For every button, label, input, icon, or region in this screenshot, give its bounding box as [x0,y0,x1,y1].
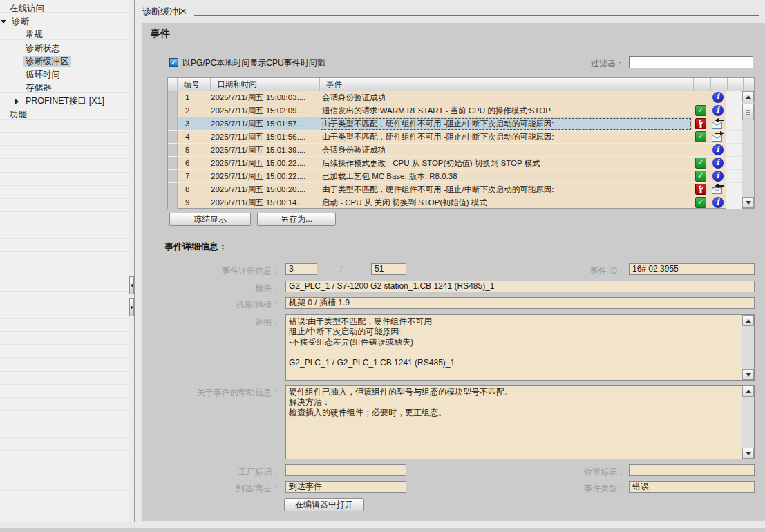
description-box: 错误:由于类型不匹配，硬件组件不可用 阻止/中断下次启动的可能原因: -不接受组… [285,314,755,381]
sidebar-item-label: 存储器 [23,82,54,93]
pg-pc-time-checkbox[interactable]: ✓ [169,58,178,67]
incoming-event-icon [711,184,725,195]
navigation-tree: 在线访问诊断常规诊断状态诊断缓冲区循环时间存储器PROFINET接口 [X1]功… [0,0,129,122]
arrow-down-icon [746,373,751,377]
event-index-field[interactable]: 3 [285,263,317,275]
sidebar-item-5[interactable]: 循环时间 [0,68,129,82]
header-datetime[interactable]: 日期和时间 [211,78,320,91]
event-id-field: 16# 02:3955 [629,263,755,275]
collapse-left-handle[interactable] [129,276,134,294]
table-row[interactable]: 6 2025/7/11/周五 15:00:22.... 后续操作模式更改 - C… [168,157,742,170]
sidebar-item-6[interactable]: 存储器 [0,82,129,95]
freeze-display-button[interactable]: 冻结显示 [169,213,251,226]
row-spacer-cell [726,131,742,144]
event-type-label: 事件类型： [551,483,625,495]
table-row[interactable]: 4 2025/7/11/周五 15:01:56.... 由于类型不匹配，硬件组件… [168,131,742,144]
info-icon: i [709,196,726,209]
row-selector-cell [168,170,178,183]
scroll-up-button[interactable] [742,91,754,102]
expand-arrow-icon[interactable] [1,20,6,23]
row-event-cell: 后续操作模式更改 - CPU 从 STOP(初始值) 切换到 STOP 模式 [320,157,692,170]
save-as-button[interactable]: 另存为... [257,213,336,226]
scroll-down-button[interactable] [742,448,754,459]
row-event-cell: 由于类型不匹配，硬件组件不可用 -阻止/中断下次启动的可能原因: [320,117,692,131]
event-table-scrollbar[interactable] [742,91,754,208]
row-datetime-cell: 2025/7/11/周五 15:01:39.... [211,144,320,157]
sidebar-item-1[interactable]: 诊断 [0,15,129,28]
event-count-field[interactable]: 51 [371,263,406,275]
arrow-up-icon [746,95,751,99]
row-number-cell: 8 [178,183,211,196]
row-number-cell: 5 [178,144,211,157]
sidebar-splitter[interactable] [129,0,135,522]
table-row[interactable]: 9 2025/7/11/周五 15:00:14.... 启动 - CPU 从 关… [168,196,742,209]
filter-input[interactable] [629,56,753,68]
bottom-divider [0,522,765,528]
scroll-down-button[interactable] [742,369,754,380]
info-icon: i [709,104,726,117]
page-title: 诊断缓冲区 [142,6,187,19]
event-table-header[interactable]: 编号 日期和时间 事件 [168,78,754,91]
collapse-right-handle[interactable] [129,298,134,316]
scroll-down-button[interactable] [742,197,754,208]
hardware-fault-icon [695,118,706,129]
info-icon: i [712,144,724,155]
ok-icon: ✓ [695,171,706,182]
collapse-arrow-icon[interactable] [15,99,19,104]
sidebar-item-7[interactable]: PROFINET接口 [X1] [0,95,129,108]
sidebar-item-label: 循环时间 [23,69,62,80]
row-spacer-cell [726,91,742,104]
scrollbar-thumb[interactable] [742,104,754,120]
header-event[interactable]: 事件 [320,78,694,91]
row-number-cell: 9 [178,196,211,209]
outgoing-event-icon [709,131,726,144]
ok-icon: ✓ [695,197,706,208]
row-datetime-cell: 2025/7/11/周五 15:01:56.... [211,131,320,144]
row-selector-cell [168,157,178,170]
arrow-down-icon [746,201,751,205]
row-spacer-cell [726,104,742,117]
sidebar-item-0[interactable]: 在线访问 [0,2,129,15]
row-selector-cell [168,91,178,104]
row-event-cell: 启动 - CPU 从 关闭 切换到 STOP(初始值) 模式 [320,196,692,209]
description-scrollbar[interactable] [742,315,754,380]
help-label: 关于事件的帮助信息： [164,387,280,399]
row-event-cell: 会话身份验证成功 [320,144,692,157]
event-table: 编号 日期和时间 事件 1 2025/7/11/周五 15:08:03.... … [167,77,755,209]
row-datetime-cell: 2025/7/11/周五 15:01:57.... [211,117,320,131]
row-number-cell: 4 [178,131,211,144]
empty-status-cell [692,91,709,104]
help-box: 硬件组件已插入，但该组件的型号与组态的模块型号不匹配。 解决方法： 检查插入的硬… [285,385,755,459]
table-row[interactable]: 2 2025/7/11/周五 15:02:09.... 通信发出的请求:WARM… [168,104,742,117]
location-id-field [629,464,755,476]
table-row[interactable]: 8 2025/7/11/周五 15:00:20.... 由于类型不匹配，硬件组件… [168,183,742,196]
header-spacer-column [728,78,744,91]
incoming-outgoing-label: 到达/离去： [164,483,280,495]
sidebar-item-8[interactable]: 功能 [0,108,129,122]
sidebar-item-label: 功能 [8,109,29,120]
info-icon: i [712,105,724,116]
info-icon: i [709,170,726,183]
row-event-cell: 由于类型不匹配，硬件组件不可用 -阻止/中断下次启动的可能原因: [320,131,692,144]
table-row[interactable]: 7 2025/7/11/周五 15:00:22.... 已加载工艺包 MC Ba… [168,170,742,183]
sidebar-item-label: 诊断缓冲区 [23,56,71,67]
row-datetime-cell: 2025/7/11/周五 15:00:20.... [211,183,320,196]
scroll-up-button[interactable] [742,386,754,397]
details-heading: 事件详细信息： [164,240,227,253]
diagnostics-buffer-window: 在线访问诊断常规诊断状态诊断缓冲区循环时间存储器PROFINET接口 [X1]功… [0,0,765,532]
row-datetime-cell: 2025/7/11/周五 15:08:03.... [211,91,320,104]
info-icon: i [712,197,724,208]
sidebar-item-4[interactable]: 诊断缓冲区 [0,55,129,68]
help-scrollbar[interactable] [742,386,754,459]
table-row[interactable]: 1 2025/7/11/周五 15:08:03.... 会话身份验证成功 i [168,91,742,104]
sidebar-item-label: 诊断状态 [23,43,62,54]
scroll-up-button[interactable] [742,315,754,326]
sidebar-item-3[interactable]: 诊断状态 [0,42,129,55]
header-no[interactable]: 编号 [178,78,211,91]
row-event-cell: 会话身份验证成功 [320,91,692,104]
open-in-editor-button[interactable]: 在编辑器中打开 [284,498,364,511]
table-row[interactable]: 5 2025/7/11/周五 15:01:39.... 会话身份验证成功 i [168,144,742,157]
ok-icon: ✓ [692,131,709,144]
table-row[interactable]: 3 2025/7/11/周五 15:01:57.... 由于类型不匹配，硬件组件… [168,117,742,131]
sidebar-item-2[interactable]: 常规 [0,28,129,41]
